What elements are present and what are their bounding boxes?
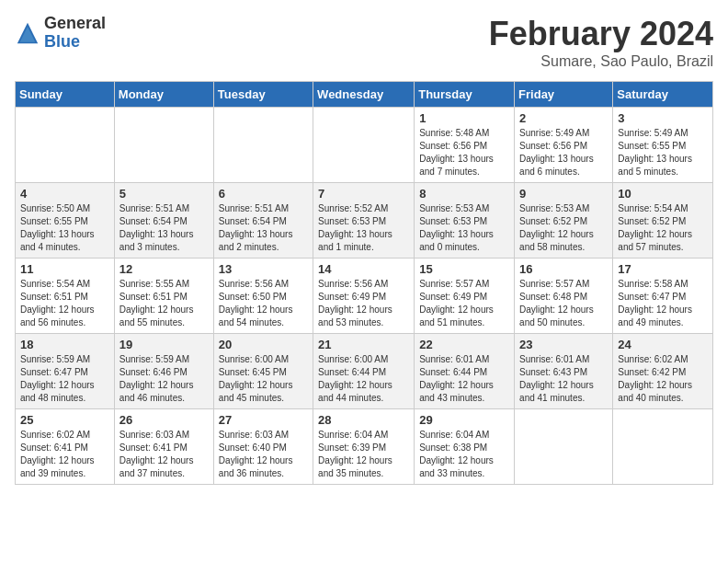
calendar-cell: 28Sunrise: 6:04 AM Sunset: 6:39 PM Dayli…: [313, 409, 415, 485]
day-info: Sunrise: 6:02 AM Sunset: 6:41 PM Dayligh…: [20, 429, 109, 480]
day-number: 1: [419, 111, 509, 125]
calendar-cell: 16Sunrise: 5:57 AM Sunset: 6:48 PM Dayli…: [515, 259, 613, 334]
calendar-week-4: 18Sunrise: 5:59 AM Sunset: 6:47 PM Dayli…: [16, 334, 713, 409]
day-number: 12: [119, 262, 209, 276]
calendar-cell: 7Sunrise: 5:52 AM Sunset: 6:53 PM Daylig…: [313, 183, 415, 259]
day-info: Sunrise: 5:50 AM Sunset: 6:55 PM Dayligh…: [20, 202, 109, 254]
calendar-cell: 11Sunrise: 5:54 AM Sunset: 6:51 PM Dayli…: [16, 259, 115, 334]
day-number: 11: [20, 262, 109, 276]
day-info: Sunrise: 5:56 AM Sunset: 6:50 PM Dayligh…: [219, 278, 308, 329]
day-info: Sunrise: 5:54 AM Sunset: 6:52 PM Dayligh…: [618, 202, 708, 254]
day-number: 22: [419, 338, 509, 351]
calendar-cell: 5Sunrise: 5:51 AM Sunset: 6:54 PM Daylig…: [114, 183, 213, 259]
day-info: Sunrise: 6:00 AM Sunset: 6:44 PM Dayligh…: [318, 353, 409, 405]
header-row: SundayMondayTuesdayWednesdayThursdayFrid…: [16, 82, 713, 108]
day-info: Sunrise: 5:51 AM Sunset: 6:54 PM Dayligh…: [119, 202, 209, 254]
day-info: Sunrise: 5:59 AM Sunset: 6:47 PM Dayligh…: [20, 353, 109, 405]
calendar-cell: 24Sunrise: 6:02 AM Sunset: 6:42 PM Dayli…: [613, 334, 713, 409]
day-info: Sunrise: 5:49 AM Sunset: 6:56 PM Dayligh…: [519, 127, 608, 178]
day-info: Sunrise: 6:02 AM Sunset: 6:42 PM Dayligh…: [618, 353, 708, 405]
day-info: Sunrise: 6:01 AM Sunset: 6:43 PM Dayligh…: [519, 353, 608, 405]
day-number: 24: [618, 338, 708, 351]
day-info: Sunrise: 6:01 AM Sunset: 6:44 PM Dayligh…: [419, 353, 509, 405]
header-saturday: Saturday: [613, 82, 713, 108]
logo-blue-text: Blue: [44, 33, 106, 52]
day-number: 23: [519, 338, 608, 351]
calendar-cell: 20Sunrise: 6:00 AM Sunset: 6:45 PM Dayli…: [213, 334, 313, 409]
calendar-cell: 4Sunrise: 5:50 AM Sunset: 6:55 PM Daylig…: [16, 183, 115, 259]
calendar-cell: 3Sunrise: 5:49 AM Sunset: 6:55 PM Daylig…: [613, 108, 713, 183]
calendar-cell: 29Sunrise: 6:04 AM Sunset: 6:38 PM Dayli…: [415, 409, 515, 485]
day-info: Sunrise: 5:55 AM Sunset: 6:51 PM Dayligh…: [119, 278, 209, 329]
day-info: Sunrise: 5:51 AM Sunset: 6:54 PM Dayligh…: [219, 202, 308, 254]
day-number: 21: [318, 338, 409, 351]
calendar-cell: 8Sunrise: 5:53 AM Sunset: 6:53 PM Daylig…: [415, 183, 515, 259]
calendar-week-2: 4Sunrise: 5:50 AM Sunset: 6:55 PM Daylig…: [16, 183, 713, 259]
calendar-cell: 6Sunrise: 5:51 AM Sunset: 6:54 PM Daylig…: [213, 183, 313, 259]
day-info: Sunrise: 5:54 AM Sunset: 6:51 PM Dayligh…: [20, 278, 109, 329]
day-number: 17: [618, 262, 708, 276]
header-friday: Friday: [515, 82, 613, 108]
calendar-cell: 15Sunrise: 5:57 AM Sunset: 6:49 PM Dayli…: [415, 259, 515, 334]
day-number: 5: [119, 187, 209, 201]
day-number: 10: [618, 187, 708, 201]
calendar-cell: [213, 108, 313, 183]
day-info: Sunrise: 6:04 AM Sunset: 6:39 PM Dayligh…: [318, 429, 409, 480]
calendar-cell: 27Sunrise: 6:03 AM Sunset: 6:40 PM Dayli…: [213, 409, 313, 485]
calendar-week-5: 25Sunrise: 6:02 AM Sunset: 6:41 PM Dayli…: [16, 409, 713, 485]
calendar-cell: 18Sunrise: 5:59 AM Sunset: 6:47 PM Dayli…: [16, 334, 115, 409]
day-number: 26: [119, 413, 209, 427]
day-number: 29: [419, 413, 509, 427]
header-wednesday: Wednesday: [313, 82, 415, 108]
logo: General Blue: [15, 15, 106, 52]
header-thursday: Thursday: [415, 82, 515, 108]
day-number: 3: [618, 111, 708, 125]
day-info: Sunrise: 5:52 AM Sunset: 6:53 PM Dayligh…: [318, 202, 409, 254]
calendar-week-1: 1Sunrise: 5:48 AM Sunset: 6:56 PM Daylig…: [16, 108, 713, 183]
calendar-cell: [515, 409, 613, 485]
day-info: Sunrise: 5:53 AM Sunset: 6:52 PM Dayligh…: [519, 202, 608, 254]
day-number: 16: [519, 262, 608, 276]
calendar-subtitle: Sumare, Sao Paulo, Brazil: [489, 53, 713, 70]
day-number: 18: [20, 338, 109, 351]
day-number: 2: [519, 111, 608, 125]
calendar-cell: 2Sunrise: 5:49 AM Sunset: 6:56 PM Daylig…: [515, 108, 613, 183]
day-number: 9: [519, 187, 608, 201]
calendar-cell: 26Sunrise: 6:03 AM Sunset: 6:41 PM Dayli…: [114, 409, 213, 485]
day-number: 25: [20, 413, 109, 427]
calendar-cell: [16, 108, 115, 183]
day-info: Sunrise: 5:57 AM Sunset: 6:48 PM Dayligh…: [519, 278, 608, 329]
day-number: 15: [419, 262, 509, 276]
day-info: Sunrise: 6:04 AM Sunset: 6:38 PM Dayligh…: [419, 429, 509, 480]
calendar-cell: 25Sunrise: 6:02 AM Sunset: 6:41 PM Dayli…: [16, 409, 115, 485]
day-info: Sunrise: 5:49 AM Sunset: 6:55 PM Dayligh…: [618, 127, 708, 178]
calendar-cell: 12Sunrise: 5:55 AM Sunset: 6:51 PM Dayli…: [114, 259, 213, 334]
day-number: 28: [318, 413, 409, 427]
calendar-cell: 14Sunrise: 5:56 AM Sunset: 6:49 PM Dayli…: [313, 259, 415, 334]
day-info: Sunrise: 6:03 AM Sunset: 6:40 PM Dayligh…: [219, 429, 308, 480]
calendar-cell: 13Sunrise: 5:56 AM Sunset: 6:50 PM Dayli…: [213, 259, 313, 334]
calendar-cell: 23Sunrise: 6:01 AM Sunset: 6:43 PM Dayli…: [515, 334, 613, 409]
calendar-table: SundayMondayTuesdayWednesdayThursdayFrid…: [15, 81, 713, 485]
day-number: 27: [219, 413, 308, 427]
page-header: General Blue February 2024 Sumare, Sao P…: [15, 15, 713, 70]
day-info: Sunrise: 6:00 AM Sunset: 6:45 PM Dayligh…: [219, 353, 308, 405]
day-number: 14: [318, 262, 409, 276]
day-info: Sunrise: 5:58 AM Sunset: 6:47 PM Dayligh…: [618, 278, 708, 329]
day-number: 6: [219, 187, 308, 201]
calendar-cell: [114, 108, 213, 183]
calendar-cell: 17Sunrise: 5:58 AM Sunset: 6:47 PM Dayli…: [613, 259, 713, 334]
calendar-title: February 2024: [489, 15, 713, 53]
day-info: Sunrise: 5:48 AM Sunset: 6:56 PM Dayligh…: [419, 127, 509, 178]
day-info: Sunrise: 5:56 AM Sunset: 6:49 PM Dayligh…: [318, 278, 409, 329]
calendar-week-3: 11Sunrise: 5:54 AM Sunset: 6:51 PM Dayli…: [16, 259, 713, 334]
header-sunday: Sunday: [16, 82, 115, 108]
day-number: 20: [219, 338, 308, 351]
day-number: 4: [20, 187, 109, 201]
day-info: Sunrise: 5:59 AM Sunset: 6:46 PM Dayligh…: [119, 353, 209, 405]
day-number: 8: [419, 187, 509, 201]
logo-general-text: General: [44, 15, 106, 33]
day-number: 13: [219, 262, 308, 276]
calendar-cell: 10Sunrise: 5:54 AM Sunset: 6:52 PM Dayli…: [613, 183, 713, 259]
title-block: February 2024 Sumare, Sao Paulo, Brazil: [489, 15, 713, 70]
